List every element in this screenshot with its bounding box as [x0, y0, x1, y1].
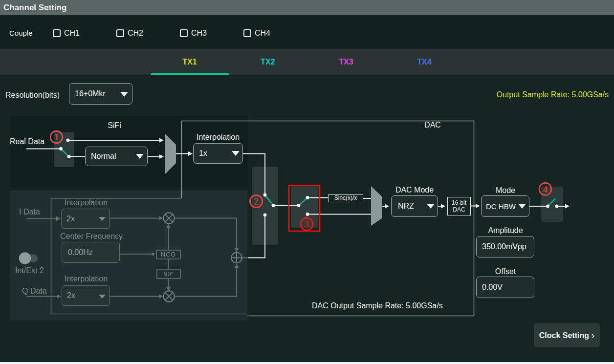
svg-text:4: 4	[543, 184, 548, 194]
svg-text:1: 1	[54, 132, 59, 142]
svg-text:2: 2	[254, 196, 259, 207]
svg-text:3: 3	[305, 219, 309, 229]
